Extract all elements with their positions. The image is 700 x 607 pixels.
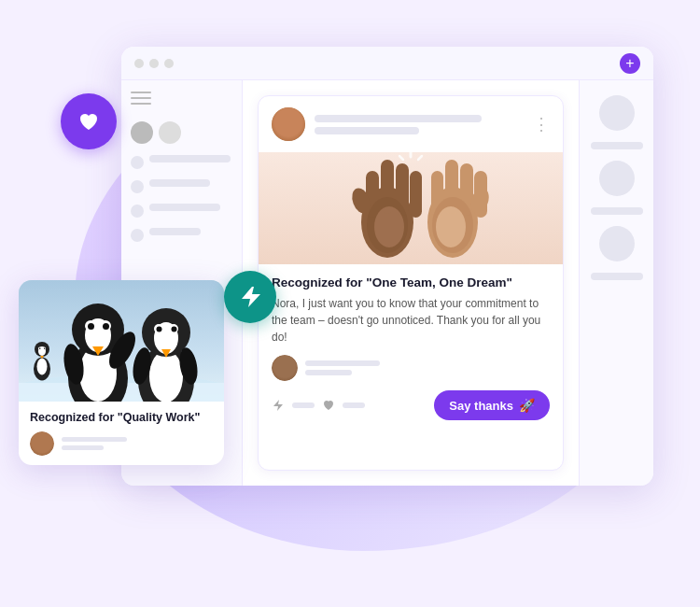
right-panel-line-2: [591, 207, 643, 215]
svg-point-23: [37, 359, 48, 375]
menu-icon[interactable]: [131, 92, 151, 106]
post-header-time-line: [315, 127, 419, 134]
sidebar-item-icon-4: [131, 229, 144, 242]
commenter-avatar: [272, 355, 298, 381]
small-card-user: [30, 431, 213, 456]
svg-point-38: [88, 323, 94, 330]
svg-line-18: [399, 156, 403, 160]
bolt-count: [292, 402, 315, 408]
bolt-icon: [272, 399, 285, 412]
post-image-area: [259, 152, 563, 264]
sidebar-item-icon-1: [131, 156, 144, 169]
sidebar-item-3[interactable]: [131, 204, 232, 219]
svg-point-30: [44, 348, 46, 350]
small-card-time-line: [62, 445, 104, 450]
right-panel-line-3: [591, 273, 643, 280]
say-thanks-rocket-icon: 🚀: [519, 398, 535, 413]
commenter-lines: [305, 360, 380, 375]
svg-line-17: [418, 156, 422, 160]
right-panel-circle-3: [599, 226, 635, 261]
svg-rect-4: [410, 171, 422, 218]
browser-dot-3: [164, 59, 174, 68]
small-card-footer: Recognized for "Quality Work": [19, 402, 224, 465]
post-body: Recognized for "One Team, One Dream" Nor…: [259, 264, 563, 431]
post-author-avatar: [272, 107, 305, 141]
sidebar-item-1[interactable]: [131, 155, 232, 170]
post-header-lines: [315, 115, 524, 134]
browser-plus-button[interactable]: +: [620, 53, 640, 74]
say-thanks-label: Say thanks: [449, 399, 513, 413]
browser-dot-1: [134, 59, 144, 68]
post-header-name-line: [315, 115, 482, 122]
heart-action[interactable]: [322, 399, 335, 412]
small-card-name-line: [62, 437, 127, 442]
sidebar-avatar-row: [131, 121, 232, 144]
heart-badge: [61, 93, 117, 149]
post-actions: Say thanks 🚀: [272, 390, 550, 420]
right-panel-line-1: [591, 142, 643, 149]
small-card-title: Recognized for "Quality Work": [30, 411, 213, 424]
sidebar-line-2: [149, 179, 210, 187]
browser-dots: [134, 59, 174, 68]
right-panel-circle-1: [599, 95, 635, 131]
bolt-action[interactable]: [272, 399, 285, 412]
right-panel: [579, 80, 653, 486]
small-card: Recognized for "Quality Work": [19, 280, 224, 465]
sidebar-item-2[interactable]: [131, 179, 232, 194]
commenter-time-line: [305, 370, 352, 375]
sidebar-line-1: [149, 155, 231, 162]
small-card-avatar: [30, 431, 54, 456]
heart-action-icon: [322, 399, 335, 412]
small-card-image: [19, 280, 224, 402]
sidebar-avatar-2: [159, 121, 181, 144]
browser-dot-2: [149, 59, 159, 68]
svg-point-29: [39, 348, 41, 350]
sidebar-avatar-1: [131, 121, 153, 144]
sidebar-item-4[interactable]: [131, 228, 232, 243]
sidebar-line-3: [149, 204, 220, 211]
say-thanks-button[interactable]: Say thanks 🚀: [434, 390, 550, 420]
post-header: ⋮: [259, 96, 563, 152]
post-more-button[interactable]: ⋮: [533, 114, 550, 134]
commenter-name-line: [305, 360, 380, 366]
penguin-illustration: [19, 280, 224, 402]
browser-topbar: +: [121, 47, 653, 80]
svg-point-15: [436, 206, 466, 247]
sidebar-line-4: [149, 228, 201, 235]
sidebar-item-icon-2: [131, 180, 144, 193]
svg-point-52: [172, 327, 177, 332]
lightning-icon: [238, 285, 262, 309]
svg-point-45: [149, 350, 183, 402]
post-commenter: [272, 355, 550, 381]
post-title: Recognized for "One Team, One Dream": [272, 275, 550, 289]
svg-point-7: [374, 206, 404, 247]
sidebar-item-icon-3: [131, 205, 144, 218]
heart-count: [343, 402, 365, 408]
small-card-lines: [62, 437, 127, 450]
post-text: Nora, I just want you to know that your …: [272, 295, 550, 346]
right-panel-circle-2: [599, 161, 635, 196]
lightning-badge: [224, 271, 276, 323]
high-five-illustration: [317, 152, 504, 264]
svg-point-39: [103, 323, 109, 330]
post-card: ⋮: [258, 95, 564, 471]
feed-area: ⋮: [243, 80, 579, 486]
svg-point-51: [157, 327, 162, 332]
